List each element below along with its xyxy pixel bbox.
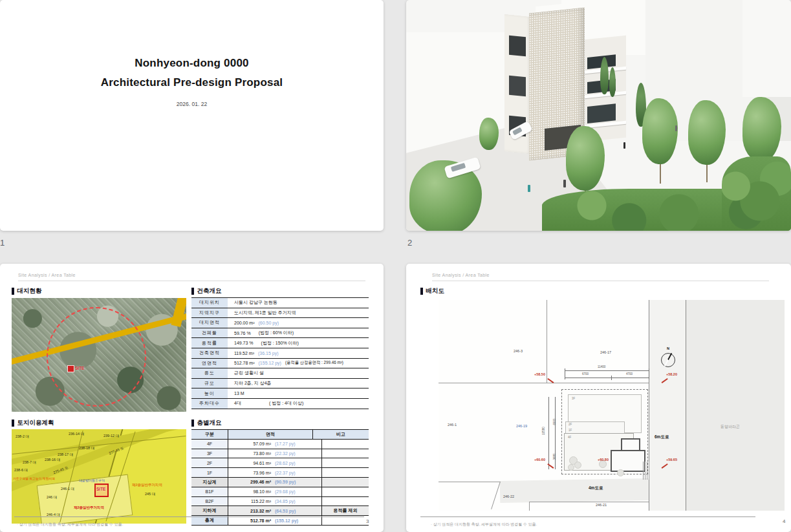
breadcrumb-rule (432, 281, 769, 281)
table-row: 1F73.96 m²(22.37 py) (191, 468, 369, 478)
section-bar (12, 420, 14, 427)
level-label: +60.60 (534, 458, 545, 462)
section-bar (191, 288, 194, 295)
floor-label: 2F (569, 423, 572, 426)
dimension-label: 10580 (542, 427, 545, 435)
render-person (563, 180, 566, 187)
lot-label: 238-16 대 (45, 458, 60, 462)
table-row: 건축면적119.52 m²(36.15 py) (191, 348, 369, 359)
lot-label: 245 대 (145, 492, 155, 496)
table-row: 연면적512.78 m²(155.12 py)(용적률 산정용면적 : 299.… (191, 359, 369, 369)
footnote: · 상기 면적은 대지현황 측량, 세부설계에 따라 변경될 수 있음. (17, 522, 123, 527)
zone-label-bottom: 제2종일반주거지역 (74, 505, 104, 510)
lot-label: 239-12 대 (103, 434, 119, 438)
section-overview: 건축개요 (191, 287, 222, 295)
road-label-bottom: 4m도로 (589, 485, 603, 491)
table-row: 3F73.80 m²(22.32 py) (191, 449, 369, 459)
breadcrumb: Site Analysis / Area Table (18, 273, 76, 277)
radius-circle (47, 307, 146, 407)
table-row: B1F98.10 m²(29.68 py) (191, 487, 369, 497)
plan-line (529, 502, 649, 502)
landuse-map: 238-2 대 236-14 대 239-12 대 238-18 대 238-1… (12, 429, 186, 524)
table-row: 대지면적200.00 m²(60.50 py) (191, 318, 369, 328)
section-bar (12, 288, 14, 295)
render-tree-trunk (706, 163, 708, 182)
plan-road-bottom (500, 478, 649, 503)
table-row: 2F94.61 m²(28.62 py) (191, 458, 369, 468)
dimension-label: 3680 (553, 453, 556, 460)
overview-table: 대지위치서울시 강남구 논현동 지역지구도시지역, 제1종 일반 주거지역 대지… (191, 297, 369, 409)
zone-label-left: 가로구역별 최고높이 제한지역 (13, 476, 55, 480)
render-window (509, 36, 526, 57)
render-tree-small (479, 118, 499, 150)
dimension-tick (565, 368, 565, 379)
lot-label: 238-18 대 (79, 446, 94, 451)
satellite-map: SITE (12, 298, 186, 412)
table-row: 지역지구도시지역, 제1종 일반 주거지역 (191, 308, 369, 319)
render-hedge-mound (722, 156, 791, 231)
lot-label: 238-17 대 (58, 452, 73, 457)
dimension-tick (611, 376, 612, 380)
plan-line (529, 502, 530, 511)
section-site-status: 대지현황 (12, 287, 42, 295)
breadcrumb: Site Analysis / Area Table (432, 273, 490, 277)
site-plan-drawing: 3F 2F 1F 4F 11400 6700 4700 (439, 300, 785, 511)
lot-label: 246 대 (47, 495, 57, 500)
document-grid-view: Nonhyeon-dong 0000 Architectural Pre-des… (0, 0, 791, 532)
render-tree (642, 98, 678, 164)
footer-rule (14, 516, 364, 517)
section-siteplan: 배치도 (420, 287, 444, 295)
page-2-number: 2 (407, 238, 412, 248)
table-header-row: 구분면적비고 (191, 430, 369, 440)
plan-line (686, 300, 686, 511)
plan-tree (617, 469, 624, 476)
render-cypress (609, 67, 616, 97)
lot-label: 246-21 (596, 503, 607, 507)
table-row: B2F115.22 m²(34.85 py) (191, 497, 369, 507)
floor-label: 1F (569, 429, 572, 432)
table-row: 높이13 M (191, 388, 369, 399)
plan-tree (568, 464, 574, 471)
lot-label: 246-17 (600, 350, 611, 354)
plan-road-right (649, 300, 686, 511)
render-window (509, 76, 526, 97)
plan-line (547, 300, 547, 383)
table-row: 용도근린 생활시 설 (191, 368, 369, 379)
lot-label: 246-22 (503, 495, 514, 498)
lot-label: 238-2 대 (16, 434, 29, 439)
plan-line (439, 383, 649, 383)
table-row: 대지위치서울시 강남구 논현동 (191, 298, 369, 308)
lot-label: 238-7 대 (23, 460, 36, 465)
lot-label: 246-19 (516, 424, 527, 428)
lot-label: 246-1 (448, 423, 457, 427)
floor-label: 4F (568, 436, 571, 439)
page-4-footer-number: 4 (783, 518, 785, 524)
neighbor-label: 동양파라곤 (721, 424, 740, 430)
page-1-thumbnail[interactable]: Nonhyeon-dong 0000 Architectural Pre-des… (0, 0, 384, 231)
dimension-line (548, 397, 549, 469)
doc-date: 2026. 01. 22 (0, 101, 384, 107)
section-landuse: 토지이용계획 (12, 419, 54, 427)
footnote: · 상기 면적은 대지현황 측량, 세부설계에 따라 변경될 수 있음. (431, 522, 537, 527)
level-label: +58.50 (534, 372, 545, 376)
table-subtotal-row: 지하계213.32 m²(64.53 py)용적률 제외 (191, 506, 369, 516)
render-massing-far-right (742, 0, 791, 97)
plan-neighbor-parcel (686, 300, 785, 511)
doc-title-line2: Architectural Pre-design Proposal (0, 76, 384, 89)
page-3-thumbnail[interactable]: Site Analysis / Area Table 대지현황 SITE 토지이… (0, 264, 384, 532)
page-4-thumbnail[interactable]: Site Analysis / Area Table 배치도 3F 2F 1F (406, 264, 791, 532)
dimension-label: 11400 (598, 365, 605, 368)
dimension-label: 4700 (626, 372, 633, 376)
zone-label-blue: 대공방어협조구역 (79, 478, 105, 482)
site-marker (67, 365, 74, 372)
render-tree (688, 100, 726, 165)
section-bar (191, 420, 194, 427)
table-row: 용적률149.73 %(법정 : 150% 이하) (191, 338, 369, 348)
table-row: 4F57.09 m²(17.27 py) (191, 440, 369, 449)
site-marker-label: SITE (75, 366, 84, 370)
floor-table: 구분면적비고 4F57.09 m²(17.27 py) 3F73.80 m²(2… (191, 429, 369, 526)
render-person (623, 142, 625, 149)
section-bar (420, 288, 423, 295)
page-2-thumbnail[interactable] (406, 0, 791, 231)
render-tree (566, 126, 605, 191)
